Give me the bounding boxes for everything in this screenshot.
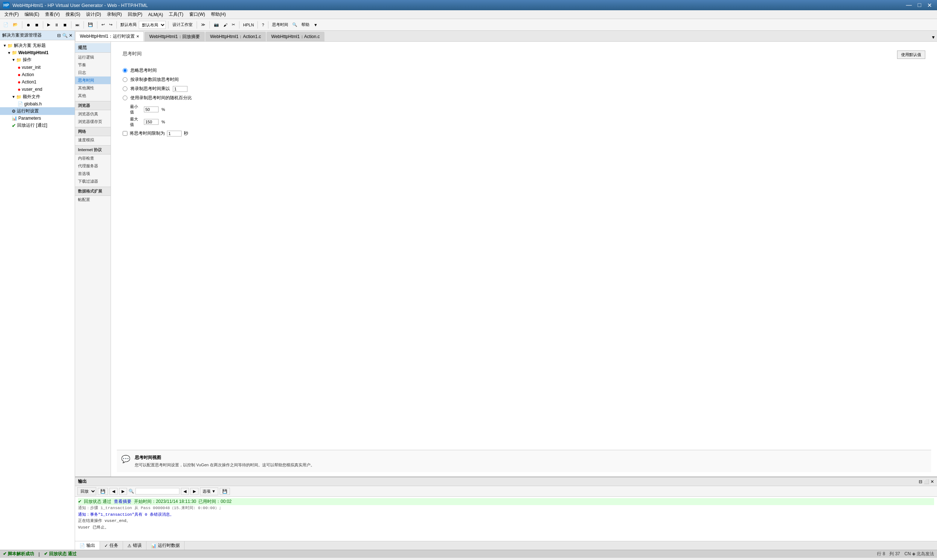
new-button[interactable]: 📄 [2, 21, 10, 28]
pause-button[interactable]: ⏸ [53, 22, 60, 28]
tree-item-actions[interactable]: ▼ 📁 操作 [0, 56, 75, 64]
min-pct-label: 最小值 [130, 104, 141, 115]
maximize-button[interactable]: □ [915, 2, 923, 9]
min-pct-input[interactable] [144, 106, 159, 112]
menu-file[interactable]: 文件(F) [2, 11, 22, 18]
settings-browser-emulation[interactable]: 浏览器仿真 [75, 110, 111, 118]
settings-pacing[interactable]: 节奏 [75, 61, 111, 69]
help-q-button[interactable]: ? [260, 22, 266, 28]
undo-button[interactable]: ↩ [100, 21, 106, 28]
settings-log[interactable]: 日志 [75, 69, 111, 77]
radio-ignore-think-time[interactable] [123, 68, 128, 73]
settings-content-check[interactable]: 内容检查 [75, 154, 111, 162]
save-button[interactable]: 💾 [86, 21, 95, 28]
radio-random-pct[interactable] [123, 95, 128, 100]
settings-browser-cache[interactable]: 浏览器缓存页 [75, 118, 111, 126]
radio-multiply-by[interactable] [123, 86, 128, 91]
output-save-btn[interactable]: 💾 [98, 488, 108, 495]
tab-replay-summary[interactable]: WebHttpHtml1：回放摘要 [145, 32, 205, 42]
output-minimize-icon[interactable]: ⊟ [919, 479, 922, 484]
think-time-search[interactable]: 🔍 [290, 21, 299, 28]
tree-item-action[interactable]: ● Action [0, 71, 75, 78]
stop-button[interactable]: ⏹ [61, 22, 69, 28]
close-button[interactable]: ✕ [925, 2, 934, 9]
menu-edit[interactable]: 编辑(E) [22, 11, 42, 18]
title-bar-controls[interactable]: — □ ✕ [904, 2, 934, 9]
settings-think-time[interactable]: 思考时间 [75, 77, 111, 84]
output-tab-runtime-data[interactable]: 📊 运行时数据 [146, 542, 185, 550]
step-button[interactable]: ⏭ [74, 22, 81, 28]
record-stop-button[interactable]: ⏹ [33, 22, 41, 28]
output-float-icon[interactable]: ⬜ [924, 479, 929, 484]
settings-other[interactable]: 其他 [75, 92, 111, 100]
tree-item-globals-h[interactable]: 📄 globals.h [0, 101, 75, 107]
redo-button[interactable]: ↪ [107, 21, 114, 28]
status-bar: ✔ 脚本解析成功 | ✔ 回放状态 通过 行 8 列 37 CN ◈ 北岛发法 [0, 550, 937, 558]
expand-webhttphtml1[interactable]: ▼ [7, 51, 11, 55]
max-pct-input[interactable] [144, 119, 159, 125]
output-tab-output[interactable]: 📄 输出 [75, 542, 100, 550]
layout-select[interactable]: 默认布局 [139, 21, 166, 29]
settings-misc[interactable]: 其他属性 [75, 84, 111, 92]
run-button[interactable]: ▶ [45, 21, 52, 28]
menu-search[interactable]: 搜索(S) [63, 11, 83, 18]
output-export-btn[interactable]: 💾 [220, 488, 230, 495]
expand-extra-files[interactable]: ▼ [12, 95, 15, 99]
design-workspace-button[interactable]: 设计工作室 [171, 21, 194, 29]
record-start-button[interactable]: ⏺ [25, 22, 32, 28]
menu-view[interactable]: 查看(V) [42, 11, 63, 18]
output-filter-select[interactable]: 回放 [77, 487, 96, 495]
output-search-next[interactable]: ▶ [190, 488, 199, 495]
tree-item-action1[interactable]: ● Action1 [0, 78, 75, 86]
screenshot-btn[interactable]: 📷 [212, 21, 221, 28]
tree-item-extra-files[interactable]: ▼ 📁 额外文件 [0, 93, 75, 101]
tab-runtime-settings[interactable]: WebHttpHtml1：运行时设置 ✕ [75, 31, 144, 42]
brush-btn[interactable]: 🖌 [222, 22, 229, 28]
tree-item-runtime-settings[interactable]: ⚙ 运行时设置 [0, 107, 75, 115]
tree-item-vuser-end[interactable]: ● vuser_end [0, 86, 75, 93]
settings-config[interactable]: 帖配置 [75, 196, 111, 203]
output-prev-btn[interactable]: ◀ [109, 488, 117, 495]
tree-item-parameters[interactable]: 📊 Parameters [0, 115, 75, 122]
output-close-icon[interactable]: ✕ [931, 479, 934, 484]
tab-action-c[interactable]: WebHttpHtml1：Action.c [267, 32, 325, 42]
limit-think-time-input[interactable] [167, 131, 182, 137]
limit-think-time-checkbox[interactable] [123, 131, 128, 136]
output-tab-errors[interactable]: ⚠ 错误 [123, 542, 146, 550]
more-tools-button[interactable]: ≫ [199, 21, 207, 28]
expand-actions[interactable]: ▼ [12, 58, 15, 62]
minimize-button[interactable]: — [904, 2, 914, 9]
radio-replay-as-recorded[interactable] [123, 77, 128, 82]
settings-preferences[interactable]: 首选项 [75, 170, 111, 177]
tab-runtime-settings-close[interactable]: ✕ [136, 34, 139, 38]
output-tab-tasks[interactable]: ✓ 任务 [100, 542, 123, 550]
expand-solution[interactable]: ▼ [3, 43, 6, 48]
output-options-btn[interactable]: 选项 ▼ [200, 488, 218, 495]
menu-record[interactable]: 录制(R) [104, 11, 125, 18]
settings-proxy-server[interactable]: 代理服务器 [75, 162, 111, 170]
tree-item-replay-passed[interactable]: ✔ 回放运行 [通过] [0, 122, 75, 129]
menu-tools[interactable]: 工具(T) [166, 11, 186, 18]
help-label: 帮助 [300, 22, 311, 28]
scissors-btn[interactable]: ✂ [230, 21, 237, 28]
menu-help[interactable]: 帮助(H) [208, 11, 229, 18]
tree-item-vuser-init[interactable]: ● vuser_init [0, 64, 75, 71]
tab-action1-c[interactable]: WebHttpHtml1：Action1.c [205, 32, 266, 42]
open-button[interactable]: 📂 [11, 21, 20, 28]
menu-playback[interactable]: 回放(P) [125, 11, 145, 18]
output-next-btn[interactable]: ▶ [119, 488, 127, 495]
multiply-value-input[interactable] [173, 86, 188, 92]
menu-window[interactable]: 窗口(W) [186, 11, 208, 18]
menu-alm[interactable]: ALM(A) [145, 11, 166, 18]
help-dropdown[interactable]: ▼ [311, 22, 319, 28]
tree-item-solution[interactable]: ▼ 📁 解决方案 无标题 [0, 42, 75, 49]
settings-speed-sim[interactable]: 速度模拟 [75, 136, 111, 144]
menu-design[interactable]: 设计(D) [83, 11, 104, 18]
output-search-prev[interactable]: ◀ [181, 488, 189, 495]
use-defaults-button[interactable]: 使用默认值 [897, 51, 925, 59]
settings-download-filter[interactable]: 下载过滤器 [75, 177, 111, 185]
output-search-input[interactable] [136, 488, 179, 494]
tree-item-webhttphtml1[interactable]: ▼ 📁 WebHttpHtml1 [0, 49, 75, 56]
settings-run-logic[interactable]: 运行逻辑 [75, 54, 111, 61]
tab-overflow-button[interactable]: ▼ [930, 33, 937, 42]
